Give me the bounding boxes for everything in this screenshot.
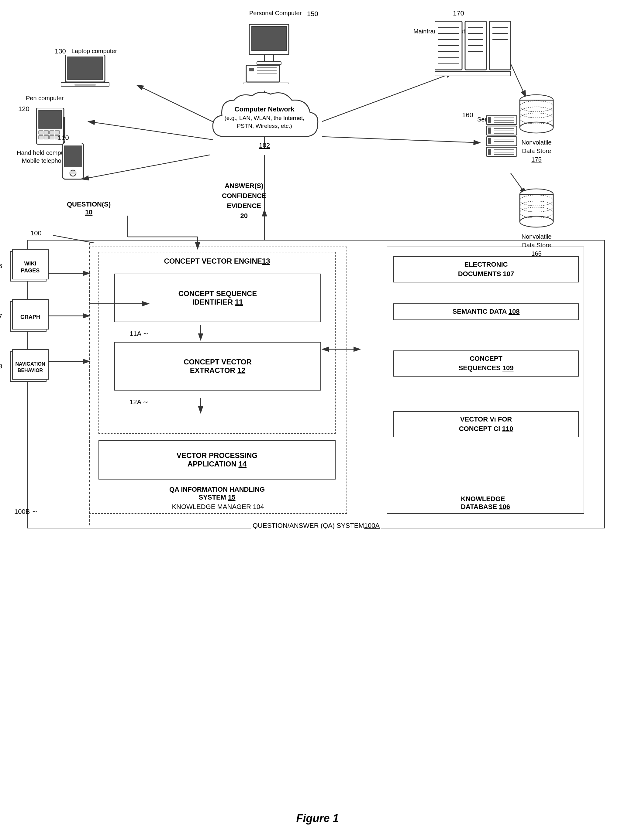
laptop-icon: [61, 55, 109, 92]
db-item-concept-sequences: CONCEPTSEQUENCES 109: [393, 351, 579, 377]
vector-processing-box: VECTOR PROCESSINGAPPLICATION 14: [98, 440, 336, 480]
svg-rect-80: [488, 128, 491, 134]
svg-rect-30: [249, 68, 254, 71]
svg-rect-53: [435, 71, 511, 76]
svg-rect-71: [65, 146, 81, 167]
svg-line-4: [322, 73, 453, 122]
svg-rect-66: [49, 136, 54, 139]
pc-label: Personal Computer: [249, 9, 302, 17]
concept-vector-extractor-box: CONCEPT VECTOREXTRACTOR 12: [114, 342, 321, 390]
knowledge-database-label: KNOWLEDGEDATABASE 106: [461, 495, 510, 511]
svg-rect-61: [44, 131, 49, 134]
answers-label: ANSWER(S) CONFIDENCE EVIDENCE 20: [222, 181, 266, 221]
mainframe-icon: [435, 21, 511, 83]
pen-ref: 120: [18, 105, 30, 114]
svg-rect-85: [488, 138, 491, 144]
laptop-label: Laptop computer: [71, 47, 117, 55]
diagram-container: Personal Computer 150 Mainframe Computer…: [0, 0, 635, 840]
svg-line-9: [511, 64, 526, 97]
svg-rect-28: [257, 62, 281, 65]
main-system-label: QUESTION/ANSWER (QA) SYSTEM100A: [251, 522, 381, 530]
cve-label: CONCEPT VECTOR ENGINE13: [164, 257, 270, 265]
svg-line-7: [82, 155, 210, 179]
svg-rect-57: [74, 84, 96, 86]
navigation-behavior-source: NAVIGATIONBEHAVIOR 18: [6, 349, 52, 386]
csi-text: CONCEPT SEQUENCEIDENTIFIER 11: [179, 289, 257, 306]
concept-sequence-identifier-box: CONCEPT SEQUENCEIDENTIFIER 11: [114, 274, 321, 322]
nvds165-icon: [517, 188, 556, 232]
nvds175-icon: [517, 94, 556, 138]
pen-label: Pen computer: [26, 94, 64, 102]
graph-source: GRAPH 17: [6, 299, 52, 336]
wiki-pages-source: WIKIPAGES 16: [6, 249, 52, 286]
svg-rect-64: [39, 136, 43, 139]
knowledge-manager-box: KNOWLEDGE MANAGER 104 CONCEPT VECTOR ENG…: [89, 246, 347, 514]
pc-ref: 150: [307, 10, 318, 19]
svg-rect-73: [70, 171, 76, 174]
handheld-ref: 110: [58, 134, 69, 142]
svg-rect-62: [49, 131, 54, 134]
svg-rect-75: [488, 117, 491, 123]
svg-rect-55: [68, 57, 103, 80]
arrow-11a-label: 11A ∼: [130, 330, 148, 338]
nvds175-label: NonvolatileData Store 175: [517, 138, 556, 164]
server-ref: 160: [462, 111, 473, 120]
vpa-text: VECTOR PROCESSINGAPPLICATION 14: [177, 451, 258, 468]
svg-rect-60: [39, 131, 43, 134]
questions-sys-ref: 100: [30, 229, 42, 237]
cloud-ref: 102: [259, 142, 270, 149]
arrow-12a-label: 12A ∼: [130, 398, 148, 406]
pen-computer-icon: [35, 108, 68, 148]
qai-text: QA INFORMATION HANDLINGSYSTEM 15: [98, 486, 336, 501]
svg-rect-27: [264, 55, 274, 62]
db-item-electronic-docs: ELECTRONICDOCUMENTS 107: [393, 256, 579, 283]
svg-rect-90: [488, 149, 491, 155]
db-item-vector-vi: VECTOR Vi FORCONCEPT Ci 110: [393, 411, 579, 437]
concept-vector-engine-box: CONCEPT VECTOR ENGINE13 CONCEPT SEQUENCE…: [98, 252, 336, 434]
svg-rect-34: [243, 83, 289, 84]
handheld-icon: [61, 143, 85, 183]
pc-icon: [240, 23, 298, 85]
knowledge-manager-label: KNOWLEDGE MANAGER 104: [172, 503, 264, 511]
svg-rect-37: [489, 21, 511, 70]
cloud-text: Computer Network (e.g., LAN, WLAN, the I…: [225, 105, 305, 130]
db-item-semantic-data: SEMANTIC DATA 108: [393, 303, 579, 320]
svg-rect-65: [44, 136, 49, 139]
cvext-text: CONCEPT VECTOREXTRACTOR 12: [184, 358, 252, 375]
svg-point-106: [520, 216, 553, 227]
svg-line-8: [322, 137, 480, 143]
cloud: Computer Network (e.g., LAN, WLAN, the I…: [207, 88, 322, 155]
svg-rect-26: [252, 27, 287, 51]
svg-point-98: [520, 122, 553, 133]
svg-line-6: [88, 122, 213, 140]
knowledge-database-box: KNOWLEDGEDATABASE 106 ELECTRONICDOCUMENT…: [386, 246, 584, 514]
main-system-side-ref: 100B ∼: [14, 508, 37, 516]
figure-caption: Figure 1: [296, 812, 339, 825]
svg-rect-59: [39, 110, 62, 128]
questions-label: QUESTION(S) 10: [67, 201, 111, 216]
main-system-box: QUESTION/ANSWER (QA) SYSTEM100A 100B ∼ K…: [27, 240, 605, 528]
mainframe-ref: 170: [453, 9, 464, 18]
